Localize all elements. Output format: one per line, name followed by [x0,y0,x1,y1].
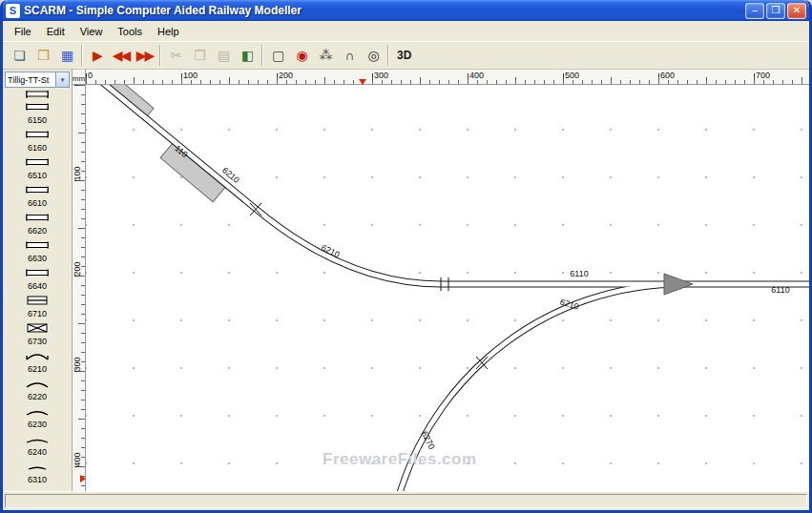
track-part-icon [25,90,50,98]
new-file-icon: ❏ [13,49,24,62]
toolbar-buttons: ❏❒▦▶◀◀▶▶✂❐▤◧▢◉⁂∩◎3D [3,41,809,70]
ruler-ticks [81,85,85,491]
red-arrow-icon: ▶ [93,49,101,62]
scissors-icon: ✂ [171,49,180,62]
palette-icon: ◧ [241,49,252,62]
part-label: 6310 [28,475,47,484]
ruler-top-label: 700 [756,71,770,80]
track-part-icon [25,405,50,419]
menu-view[interactable]: View [73,23,111,40]
ruler-left-label: 100 [73,162,82,185]
track-part-icon [25,433,50,446]
menu-file[interactable]: File [7,23,39,40]
menu-tools[interactable]: Tools [110,23,150,40]
ruler-left-label: 200 [73,257,82,280]
ruler-left-label: 300 [73,353,82,376]
ruler-top-label: 0 [88,71,93,80]
part-item-6640[interactable]: 6640 [25,264,50,292]
open-button[interactable]: ❒ [31,44,54,67]
colors-button[interactable]: ◧ [235,44,259,67]
part-label: 6510 [28,171,47,180]
baseboard-button[interactable]: ▢ [265,44,289,67]
wheel-button[interactable]: ◎ [361,44,385,67]
ruler-ticks [86,80,809,84]
forward-button[interactable]: ▶▶ [133,44,156,67]
part-item-6510[interactable]: 6510 [25,154,50,181]
paste-icon: ▤ [218,49,228,62]
ruler-top[interactable]: 0100200300400500600700 [86,70,809,85]
part-item-6620[interactable]: 6620 [25,209,50,236]
view-3d-button[interactable]: 3D [391,44,417,67]
part-label: 6220 [28,392,47,401]
library-selector-label: Tillig-TT-St [8,75,49,85]
start-point-button[interactable]: ▶ [85,44,109,67]
chevron-down-icon[interactable]: ▼ [55,72,69,87]
part-item-6310[interactable]: 6310 [25,458,50,485]
save-button[interactable]: ▦ [54,44,78,67]
signal-button[interactable]: ◉ [289,44,313,67]
app-window: S SCARM - Simple Computer Aided Railway … [0,0,812,513]
ruler-top-label: 100 [183,71,198,80]
track-part-icon [25,156,50,170]
red-signal-icon: ◉ [296,49,305,62]
toolbar-separator [387,45,388,66]
part-label: 6730 [28,337,47,346]
titlebar[interactable]: S SCARM - Simple Computer Aided Railway … [3,0,809,21]
maximize-button[interactable]: ❐ [766,3,785,19]
part-item-6230[interactable]: 6230 [25,402,50,430]
part-item-6160[interactable]: 6160 [25,126,50,154]
part-item-6630[interactable]: 6630 [25,236,50,264]
part-item-6610[interactable]: 6610 [25,181,50,209]
track-library-panel: Tillig-TT-St ▼ 6150616065106610662066306… [3,70,73,491]
part-item-6240[interactable]: 6240 [25,430,50,458]
track-part-icon [25,461,50,474]
part-item-6210[interactable]: 6210 [25,347,50,375]
ruler-top-label: 400 [469,71,484,80]
part-label: 6150 [28,115,47,125]
back-button[interactable]: ◀◀ [109,44,133,67]
part-label: 6710 [28,309,47,318]
tunnel-button[interactable]: ∩ [337,44,361,67]
figures-button[interactable]: ⁂ [313,44,337,67]
watermark: FreewareFiles.com [323,450,477,469]
paste-button[interactable]: ▤ [211,44,235,67]
menu-edit[interactable]: Edit [39,23,73,40]
wheel-icon: ◎ [367,49,377,62]
part-item-6220[interactable]: 6220 [25,375,50,402]
ruler-top-label: 200 [279,71,293,80]
track-label: 6110 [771,285,789,295]
part-label: 6160 [28,143,47,153]
copy-button[interactable]: ❐ [187,44,211,67]
menubar: File Edit View Tools Help [3,21,809,41]
part-label: 6610 [28,198,47,208]
track-part-icon [25,267,50,280]
ruler-left-label: 400 [73,448,82,471]
part-label: 6210 [28,364,47,374]
layout-canvas[interactable]: 110 6210 6210 6110 6110 6210 6270 Freewa… [86,85,809,491]
red-double-right-icon: ▶▶ [136,49,154,62]
close-button[interactable]: ✕ [787,3,806,19]
cut-button[interactable]: ✂ [163,44,187,67]
track-part-icon [25,239,50,253]
baseboard-icon: ▢ [272,49,282,62]
part-item-6150[interactable]: 6150 [25,98,50,126]
figures-icon: ⁂ [320,49,331,62]
track-part-icon [25,295,50,308]
ruler-left[interactable]: 100200300400 [73,85,86,491]
library-selector[interactable]: Tillig-TT-St ▼ [5,72,70,88]
window-controls: – ❐ ✕ [745,3,806,19]
main-area: Tillig-TT-St ▼ 6150616065106610662066306… [3,70,809,491]
menu-help[interactable]: Help [150,23,187,40]
toolbar-separator [81,45,82,66]
open-folder-icon: ❒ [37,49,48,62]
ruler-top-label: 600 [660,71,675,80]
ruler-top-label: 300 [374,71,388,80]
part-item-6710[interactable]: 6710 [25,292,50,319]
minimize-button[interactable]: – [745,3,764,19]
insert-cursor-arrow[interactable] [664,274,693,295]
part-item-6730[interactable]: 6730 [25,319,50,347]
part-label: 6240 [28,447,47,457]
copy-icon: ❐ [194,49,204,62]
new-file-button[interactable]: ❏ [7,44,31,67]
partial-part-item[interactable] [25,90,50,98]
